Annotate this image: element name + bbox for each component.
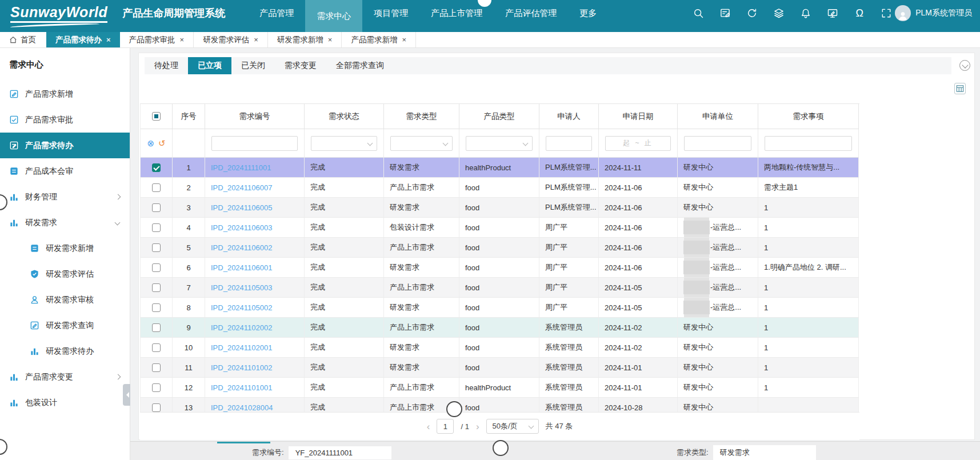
window-tab[interactable]: 产品需求审批	[120, 32, 194, 47]
table-row[interactable]: 6 IPD_20241106001 完成 研发需求 food 周广平 2024-…	[141, 258, 859, 278]
sidebar-item[interactable]: 研发需求查询	[0, 313, 130, 338]
page-number-input[interactable]: 1	[437, 419, 454, 434]
row-checkbox[interactable]	[152, 363, 161, 372]
row-checkbox[interactable]	[152, 203, 161, 212]
sidebar-item[interactable]: 产品需求新增	[0, 81, 130, 107]
row-checkbox[interactable]	[152, 403, 161, 412]
table-row[interactable]: 8 IPD_20241105002 完成 研发需求 food 周广平 2024-…	[141, 298, 859, 318]
table-row[interactable]: 1 IPD_20241111001 完成 研发需求 healthProduct …	[141, 158, 859, 178]
view-tab[interactable]: 已关闭	[231, 57, 275, 74]
view-tab[interactable]: 全部需求查询	[326, 57, 394, 74]
requirement-id-link[interactable]: IPD_20241105002	[211, 303, 272, 312]
requirement-id-link[interactable]: IPD_20241106005	[211, 203, 272, 212]
screen-edit-icon[interactable]	[826, 7, 839, 19]
table-row[interactable]: 9 IPD_20241102002 完成 产品上市需求 food 系统管理员 2…	[141, 318, 859, 338]
row-checkbox[interactable]	[152, 303, 161, 312]
row-checkbox[interactable]	[152, 243, 161, 252]
chevron-down-circle-icon[interactable]	[959, 60, 970, 71]
sidebar-item[interactable]: 产品需求变更	[0, 364, 130, 390]
row-checkbox[interactable]	[152, 163, 161, 172]
table-row[interactable]: 12 IPD_20241101001 完成 产品上市需求 healthProdu…	[141, 378, 859, 398]
sidebar-item[interactable]: 研发需求新增	[0, 235, 130, 261]
table-row[interactable]: 11 IPD_20241101002 完成 研发需求 food 系统管理员 20…	[141, 358, 859, 378]
sidebar-item[interactable]: 研发需求审核	[0, 287, 130, 313]
requirement-id-link[interactable]: IPD_20241101001	[211, 383, 272, 392]
row-checkbox[interactable]	[152, 263, 161, 272]
row-checkbox[interactable]	[152, 183, 161, 192]
table-row[interactable]: 13 IPD_20241028004 完成 产品上市需求 food 系统管理员 …	[141, 398, 859, 412]
sidebar-item[interactable]: 产品需求审批	[0, 107, 130, 133]
table-row[interactable]: 2 IPD_20241106007 完成 产品上市需求 food PLM系统管理…	[141, 178, 859, 198]
sidebar-item[interactable]: 研发需求	[0, 210, 130, 235]
sidebar-item[interactable]: 包装设计	[0, 390, 130, 415]
sidebar-item[interactable]: 研发需求待办	[0, 338, 130, 364]
unit-filter-input[interactable]	[684, 136, 751, 151]
requirement-id-filter-input[interactable]	[211, 136, 298, 151]
close-tab-icon[interactable]	[328, 35, 333, 44]
close-tab-icon[interactable]	[402, 35, 406, 44]
clear-filter-icon[interactable]: ⊗	[147, 139, 154, 147]
user-chip[interactable]: PLM系统管理员	[895, 5, 972, 21]
row-checkbox[interactable]	[152, 343, 161, 352]
requirement-id-link[interactable]: IPD_20241106003	[211, 223, 272, 232]
field-value[interactable]: YF_20241111001	[289, 446, 391, 459]
expand-arrow-icon[interactable]	[115, 375, 119, 379]
requirement-id-link[interactable]: IPD_20241106002	[211, 243, 272, 252]
window-tab[interactable]: 研发需求评估	[194, 32, 268, 47]
bell-icon[interactable]	[799, 7, 812, 19]
sidebar-item[interactable]: 产品成本会审	[0, 158, 130, 184]
table-row[interactable]: 5 IPD_20241106002 完成 产品上市需求 food 周广平 202…	[141, 238, 859, 258]
fullscreen-icon[interactable]	[880, 7, 893, 19]
prev-page-icon[interactable]: ‹	[427, 422, 430, 431]
sidebar-collapse-icon[interactable]	[123, 384, 130, 406]
sidebar-item[interactable]: 研发需求评估	[0, 261, 130, 287]
top-menu-item[interactable]: 产品管理	[248, 0, 305, 26]
requirement-id-link[interactable]: IPD_20241106007	[211, 183, 272, 192]
reset-filter-icon[interactable]: ↺	[158, 139, 166, 147]
close-tab-icon[interactable]	[106, 35, 111, 44]
subject-filter-input[interactable]	[765, 136, 852, 151]
view-tab[interactable]: 已立项	[188, 57, 231, 74]
sidebar-item[interactable]: 产品需求待办	[0, 133, 130, 158]
form-edit-icon[interactable]	[719, 7, 731, 19]
window-tab[interactable]: 研发需求新增	[268, 32, 342, 47]
row-checkbox[interactable]	[152, 283, 161, 292]
row-checkbox[interactable]	[152, 323, 161, 332]
product-type-filter-select[interactable]	[466, 136, 533, 151]
table-row[interactable]: 4 IPD_20241106003 完成 包装设计需求 food 周广平 202…	[141, 218, 859, 238]
omega-icon[interactable]: Ω	[853, 7, 866, 19]
refresh-icon[interactable]	[746, 7, 758, 19]
next-page-icon[interactable]: ›	[476, 422, 479, 431]
status-filter-select[interactable]	[311, 136, 377, 151]
window-tab[interactable]: 产品需求待办	[46, 32, 120, 47]
applicant-filter-input[interactable]	[546, 136, 592, 151]
requirement-id-link[interactable]: IPD_20241102002	[211, 323, 272, 332]
requirement-id-link[interactable]: IPD_20241111001	[211, 163, 271, 172]
type-filter-select[interactable]	[390, 136, 453, 151]
date-range-filter-input[interactable]: 起 ~ 止	[605, 136, 671, 151]
select-all-checkbox[interactable]	[152, 112, 161, 121]
row-checkbox[interactable]	[152, 223, 161, 232]
window-tab[interactable]: 产品需求新增	[342, 32, 416, 47]
expand-arrow-icon[interactable]	[115, 195, 119, 199]
sidebar-item[interactable]: 财务管理	[0, 184, 130, 210]
requirement-id-link[interactable]: IPD_20241102001	[211, 343, 272, 352]
view-tab[interactable]: 需求变更	[275, 57, 326, 74]
table-row[interactable]: 10 IPD_20241102001 完成 研发需求 food 系统管理员 20…	[141, 338, 859, 358]
close-tab-icon[interactable]	[180, 35, 185, 44]
requirement-id-link[interactable]: IPD_20241105003	[211, 283, 272, 292]
row-checkbox[interactable]	[152, 383, 161, 392]
requirement-id-link[interactable]: IPD_20241101002	[211, 363, 272, 372]
top-menu-item[interactable]: 需求中心	[305, 0, 362, 32]
search-icon[interactable]	[692, 7, 705, 19]
top-menu-item[interactable]: 更多	[568, 0, 608, 26]
table-row[interactable]: 7 IPD_20241105003 完成 产品上市需求 food 周广平 202…	[141, 278, 859, 298]
requirement-id-link[interactable]: IPD_20241106001	[211, 263, 272, 272]
page-size-select[interactable]: 50条/页	[486, 419, 539, 434]
top-menu-item[interactable]: 项目管理	[362, 0, 419, 26]
requirement-id-link[interactable]: IPD_20241028004	[211, 403, 273, 412]
field-value[interactable]: 研发需求	[713, 445, 816, 460]
home-tab[interactable]: 首页	[0, 32, 46, 47]
expand-arrow-icon[interactable]	[115, 221, 119, 225]
close-tab-icon[interactable]	[254, 35, 258, 44]
